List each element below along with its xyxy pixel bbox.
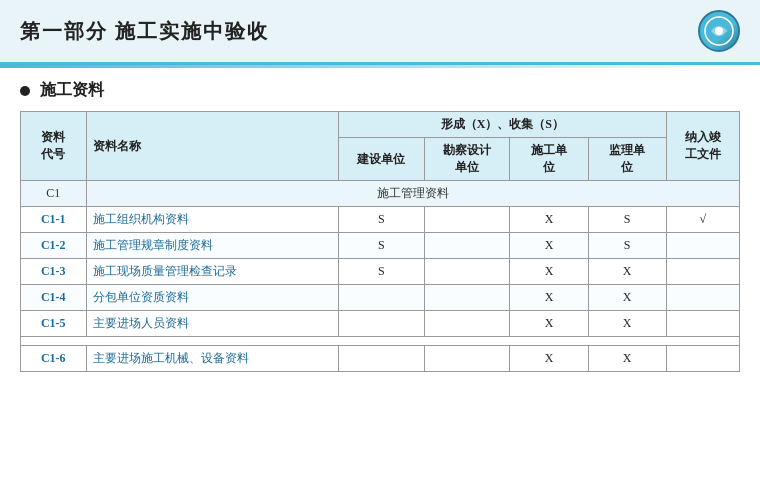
col-header-code: 资料代号 <box>21 112 87 181</box>
gap-row <box>21 337 740 346</box>
category-name: 施工管理资料 <box>86 181 739 207</box>
page-title: 第一部分 施工实施中验收 <box>20 18 269 45</box>
row-najun <box>666 311 739 337</box>
table-category-row: C1 施工管理资料 <box>21 181 740 207</box>
table-row: C1-2 施工管理规章制度资料 S X S <box>21 233 740 259</box>
table-row: C1-6 主要进场施工机械、设备资料 X X <box>21 346 740 372</box>
data-table: 资料代号 资料名称 形成（X）、收集（S） 纳入竣工文件 建设单位 勘察设计单位… <box>20 111 740 372</box>
row-code: C1-6 <box>21 346 87 372</box>
row-najun <box>666 285 739 311</box>
row-shigong: X <box>510 346 588 372</box>
row-code: C1-2 <box>21 233 87 259</box>
row-jianshe <box>338 346 424 372</box>
row-code: C1-4 <box>21 285 87 311</box>
row-kangcha <box>424 311 510 337</box>
row-code: C1-3 <box>21 259 87 285</box>
row-name: 施工组织机构资料 <box>86 207 338 233</box>
table-row: C1-4 分包单位资质资料 X X <box>21 285 740 311</box>
row-name: 分包单位资质资料 <box>86 285 338 311</box>
row-najun <box>666 233 739 259</box>
col-header-kangcha: 勘察设计单位 <box>424 138 510 181</box>
table-row: C1-1 施工组织机构资料 S X S √ <box>21 207 740 233</box>
content: 施工资料 资料代号 资料名称 形成（X）、收集（S） 纳入竣工文件 建设单位 勘… <box>0 68 760 384</box>
category-code: C1 <box>21 181 87 207</box>
table-row: C1-3 施工现场质量管理检查记录 S X X <box>21 259 740 285</box>
row-jianshe: S <box>338 233 424 259</box>
col-header-jianshe: 建设单位 <box>338 138 424 181</box>
col-header-name: 资料名称 <box>86 112 338 181</box>
row-kangcha <box>424 207 510 233</box>
svg-point-1 <box>715 27 723 35</box>
header: 第一部分 施工实施中验收 <box>0 0 760 65</box>
page: 第一部分 施工实施中验收 施工资料 资料代号 资料名称 形成（X）、收集（S） <box>0 0 760 500</box>
row-shigong: X <box>510 259 588 285</box>
row-name: 施工管理规章制度资料 <box>86 233 338 259</box>
row-kangcha <box>424 285 510 311</box>
row-kangcha <box>424 259 510 285</box>
row-najun <box>666 259 739 285</box>
row-jianlir: S <box>588 207 666 233</box>
row-kangcha <box>424 233 510 259</box>
row-name: 主要进场人员资料 <box>86 311 338 337</box>
row-najun <box>666 346 739 372</box>
row-name: 主要进场施工机械、设备资料 <box>86 346 338 372</box>
row-shigong: X <box>510 311 588 337</box>
col-header-form-group: 形成（X）、收集（S） <box>338 112 666 138</box>
row-jianlir: X <box>588 285 666 311</box>
row-jianshe <box>338 311 424 337</box>
logo <box>698 10 740 52</box>
row-shigong: X <box>510 233 588 259</box>
row-code: C1-5 <box>21 311 87 337</box>
col-header-najun: 纳入竣工文件 <box>666 112 739 181</box>
row-kangcha <box>424 346 510 372</box>
row-shigong: X <box>510 285 588 311</box>
row-jianlir: X <box>588 346 666 372</box>
section-header: 施工资料 <box>20 80 740 101</box>
row-jianlir: X <box>588 259 666 285</box>
row-jianlir: S <box>588 233 666 259</box>
bullet-icon <box>20 86 30 96</box>
section-label: 施工资料 <box>40 80 104 101</box>
col-header-jianlir: 监理单位 <box>588 138 666 181</box>
row-najun: √ <box>666 207 739 233</box>
row-jianshe: S <box>338 207 424 233</box>
row-jianlir: X <box>588 311 666 337</box>
table-row: C1-5 主要进场人员资料 X X <box>21 311 740 337</box>
row-code: C1-1 <box>21 207 87 233</box>
col-header-shigong: 施工单位 <box>510 138 588 181</box>
row-jianshe <box>338 285 424 311</box>
row-name: 施工现场质量管理检查记录 <box>86 259 338 285</box>
row-jianshe: S <box>338 259 424 285</box>
table-header-row-1: 资料代号 资料名称 形成（X）、收集（S） 纳入竣工文件 <box>21 112 740 138</box>
row-shigong: X <box>510 207 588 233</box>
